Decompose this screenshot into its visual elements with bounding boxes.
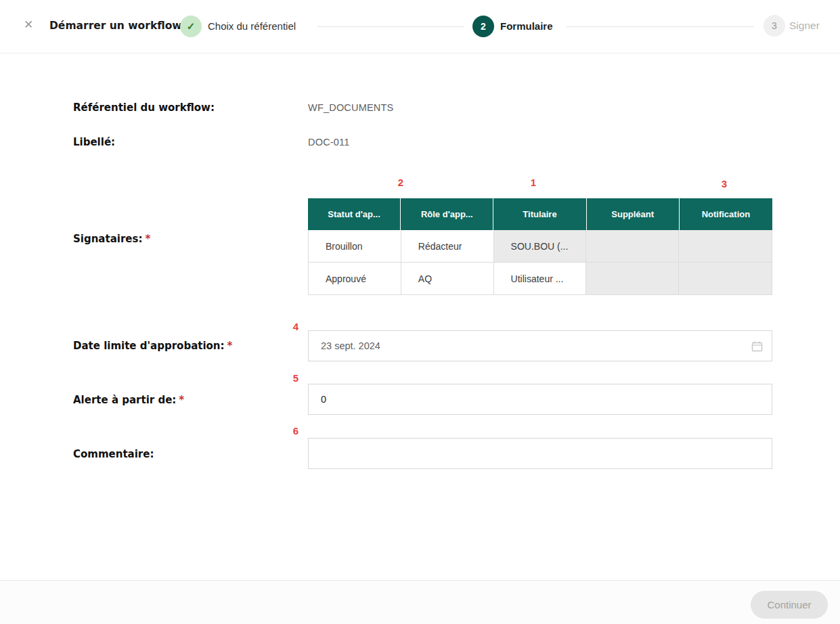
commentaire-label: Commentaire: xyxy=(73,448,154,460)
table-header-row: Statut d'ap... Rôle d'app... Titulaire S… xyxy=(308,198,772,230)
step-1-label[interactable]: Choix du référentiel xyxy=(208,20,296,32)
cell-notification[interactable] xyxy=(679,263,772,295)
alerte-input[interactable] xyxy=(308,384,772,415)
referentiel-value: WF_DOCUMENTS xyxy=(308,102,393,113)
commentaire-input[interactable] xyxy=(308,438,772,469)
cell-role: AQ xyxy=(401,263,494,295)
table-row: Brouillon Rédacteur SOU.BOU (... xyxy=(309,230,772,263)
annotation-marker-1: 1 xyxy=(526,177,541,188)
continue-button[interactable]: Continuer xyxy=(751,591,828,619)
date-limite-label: Date limite d'approbation:* xyxy=(73,340,232,352)
alerte-label-text: Alerte à partir de: xyxy=(73,394,176,406)
annotation-marker-4: 4 xyxy=(288,321,303,332)
annotation-marker-2: 2 xyxy=(393,177,408,188)
column-header-notification: Notification xyxy=(680,198,772,230)
step-1-check-icon[interactable]: ✓ xyxy=(180,16,202,37)
annotation-marker-6: 6 xyxy=(288,425,303,437)
required-asterisk: * xyxy=(179,394,184,406)
column-header-statut: Statut d'ap... xyxy=(308,198,401,230)
column-header-role: Rôle d'app... xyxy=(401,198,493,230)
footer-bar: Continuer xyxy=(0,580,840,624)
step-3-indicator: 3 xyxy=(764,15,785,37)
column-header-titulaire: Titulaire xyxy=(493,198,586,230)
date-limite-input[interactable] xyxy=(308,330,772,361)
cell-titulaire[interactable]: Utilisateur ... xyxy=(494,263,587,295)
cell-suppleant[interactable] xyxy=(586,263,679,295)
step-connector xyxy=(317,26,464,27)
step-2-indicator[interactable]: 2 xyxy=(472,16,494,37)
wizard-header: ✕ Démarrer un workflow ✓ Choix du référe… xyxy=(0,0,840,53)
signataires-table: Statut d'ap... Rôle d'app... Titulaire S… xyxy=(308,198,772,295)
alerte-label: Alerte à partir de:* xyxy=(73,394,184,406)
close-icon[interactable]: ✕ xyxy=(24,19,33,30)
calendar-icon[interactable] xyxy=(751,340,763,352)
date-limite-label-text: Date limite d'approbation: xyxy=(73,340,225,352)
page-title: Démarrer un workflow xyxy=(49,20,182,32)
cell-statut: Approuvé xyxy=(309,263,401,295)
step-3-label: Signer xyxy=(789,20,820,32)
cell-titulaire[interactable]: SOU.BOU (... xyxy=(494,230,587,263)
libelle-value: DOC-011 xyxy=(308,137,350,148)
table-row: Approuvé AQ Utilisateur ... xyxy=(309,263,772,295)
cell-suppleant[interactable] xyxy=(586,230,679,263)
referentiel-label: Référentiel du workflow: xyxy=(73,102,215,114)
workflow-form-page: ✕ Démarrer un workflow ✓ Choix du référe… xyxy=(0,0,840,624)
libelle-label: Libellé: xyxy=(73,136,115,148)
column-header-suppleant: Suppléant xyxy=(587,198,680,230)
cell-notification[interactable] xyxy=(679,230,772,263)
table-body: Brouillon Rédacteur SOU.BOU (... Approuv… xyxy=(308,230,772,295)
required-asterisk: * xyxy=(145,233,150,245)
step-connector xyxy=(566,26,754,27)
annotation-marker-3: 3 xyxy=(717,178,732,190)
cell-role: Rédacteur xyxy=(401,230,494,263)
signataires-label-text: Signataires: xyxy=(73,233,142,245)
annotation-marker-5: 5 xyxy=(288,372,303,384)
required-asterisk: * xyxy=(227,340,233,352)
signataires-label: Signataires:* xyxy=(73,233,150,245)
step-2-label[interactable]: Formulaire xyxy=(500,20,553,32)
cell-statut: Brouillon xyxy=(309,230,401,263)
